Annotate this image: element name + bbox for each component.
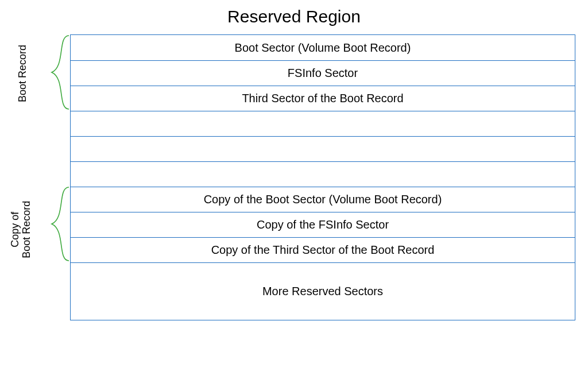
row-empty-1 [71, 111, 575, 136]
row-fsinfo: FSInfo Sector [71, 60, 575, 86]
row-third-boot: Third Sector of the Boot Record [71, 86, 575, 111]
side-label-copy-line2: Boot Record [21, 201, 32, 258]
row-empty-3 [71, 161, 575, 187]
side-label-copy-line1: Copy of [9, 212, 21, 247]
row-copy-third-boot: Copy of the Third Sector of the Boot Rec… [71, 237, 575, 262]
side-label-boot-record: Boot Record [17, 39, 29, 108]
row-boot-sector: Boot Sector (Volume Boot Record) [71, 35, 575, 60]
row-more-reserved: More Reserved Sectors [71, 262, 575, 320]
reserved-region-table: Boot Sector (Volume Boot Record) FSInfo … [70, 34, 575, 320]
brace-copy-boot-record [49, 186, 70, 262]
diagram-canvas: Reserved Region Boot Record Copy of Boot… [0, 0, 588, 379]
side-label-copy-boot-record: Copy of Boot Record [10, 192, 33, 267]
diagram-title: Reserved Region [0, 7, 588, 26]
row-copy-fsinfo: Copy of the FSInfo Sector [71, 212, 575, 237]
row-copy-boot-sector: Copy of the Boot Sector (Volume Boot Rec… [71, 187, 575, 212]
brace-boot-record [49, 34, 70, 110]
row-empty-2 [71, 136, 575, 161]
